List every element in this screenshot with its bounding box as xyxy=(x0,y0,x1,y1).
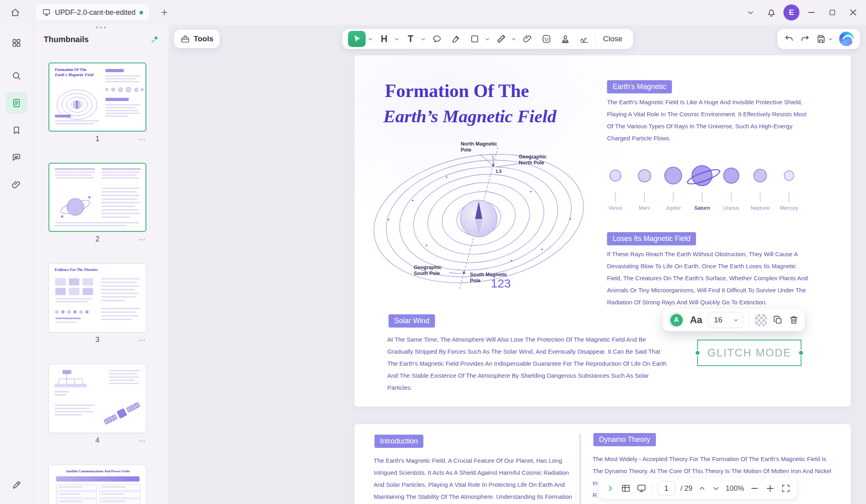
badge-introduction: Introduction xyxy=(374,435,423,448)
sticker-tool-button[interactable] xyxy=(538,31,554,47)
thumbnail-more-button[interactable] xyxy=(138,336,146,345)
comment-tool-button[interactable] xyxy=(429,31,445,47)
magnetic-field-diagram: North Magnetic Pole Geographic North Pol… xyxy=(370,140,595,305)
page-thumbnail-1[interactable]: Formation Of The Earth's Magnetic Field xyxy=(49,63,146,132)
heading-tool-button[interactable]: H xyxy=(376,31,392,47)
text-format-toolbar: A Aa 16 xyxy=(663,309,805,331)
thumbnail-more-button[interactable] xyxy=(138,235,146,244)
maximize-button[interactable] xyxy=(824,4,841,21)
page-thumbnail-5[interactable]: Satellite Communications And Power Grids xyxy=(49,465,146,504)
duplicate-button[interactable] xyxy=(773,315,783,325)
shape-tool-button[interactable] xyxy=(467,31,483,47)
selected-text-box[interactable]: GLITCH MODE xyxy=(697,340,801,366)
badge-loses-field: Loses Its Magnetic Field xyxy=(607,232,696,245)
presentation-button[interactable] xyxy=(636,483,647,494)
page-previous-button[interactable] xyxy=(698,484,706,493)
save-button[interactable] xyxy=(816,34,834,44)
left-icon-rail xyxy=(0,25,33,504)
history-save-toolbar xyxy=(777,29,860,49)
planet-neptune: Neptune xyxy=(746,159,775,211)
page-thumbnail-3[interactable]: Evidence For The Theories xyxy=(49,263,146,332)
document-tab-title: UPDF-2.0-cant-be-edited xyxy=(55,8,136,17)
notifications-button[interactable] xyxy=(763,4,780,21)
document-viewport: Formation Of The Earth’s Magnetic Field xyxy=(168,25,866,504)
document-tab[interactable]: UPDF-2.0-cant-be-edited xyxy=(35,4,150,21)
thumbnails-panel-title: Thumbnails xyxy=(44,35,89,44)
redo-button[interactable] xyxy=(800,34,810,44)
close-window-button[interactable] xyxy=(844,4,862,21)
fit-screen-button[interactable] xyxy=(781,483,791,494)
panel-drag-handle[interactable] xyxy=(33,26,168,28)
collapse-toolbar-button[interactable] xyxy=(742,4,759,21)
save-chevron xyxy=(828,36,834,42)
search-button[interactable] xyxy=(6,65,27,87)
document-tab-icon xyxy=(42,8,51,17)
page-grid-button[interactable] xyxy=(621,483,631,494)
resize-handle-right[interactable] xyxy=(799,351,803,355)
measure-tool-chevron[interactable] xyxy=(510,31,517,47)
account-avatar[interactable]: E xyxy=(783,4,799,20)
planet-venus: Venus xyxy=(601,159,630,211)
zoom-out-button[interactable] xyxy=(749,483,760,494)
font-size-select[interactable]: 16 xyxy=(708,312,743,328)
thumbnail-more-button[interactable] xyxy=(138,135,146,144)
zoom-in-button[interactable] xyxy=(765,483,775,494)
expand-panel-button[interactable] xyxy=(605,483,615,494)
select-tool-chevron[interactable] xyxy=(367,31,373,47)
bar-divider xyxy=(652,483,652,494)
page-number-label: 2 xyxy=(49,235,146,243)
measure-tool-button[interactable] xyxy=(493,31,509,47)
thumbnails-panel-button[interactable] xyxy=(6,92,27,114)
stamp-tool-button[interactable] xyxy=(557,31,573,47)
highlight-tool-button[interactable] xyxy=(448,31,464,47)
label-angle: 1.5 xyxy=(496,168,502,174)
new-tab-button[interactable] xyxy=(156,4,173,21)
pen-tool-button[interactable] xyxy=(6,474,27,496)
thumbnail-more-button[interactable] xyxy=(138,437,146,445)
select-tool-button[interactable] xyxy=(348,31,366,47)
close-button[interactable]: Close xyxy=(598,34,627,43)
text-tool-button[interactable]: T xyxy=(403,31,419,47)
toolbar-divider xyxy=(595,33,595,45)
page-number-label: 1 xyxy=(49,135,146,143)
badge-solar-wind: Solar Wind xyxy=(388,314,435,328)
paragraph-loses-field: If These Rays Reach The Earth Without Ob… xyxy=(607,248,809,308)
minimize-button[interactable] xyxy=(803,4,820,21)
attachments-button[interactable] xyxy=(6,174,27,196)
signature-tool-button[interactable] xyxy=(576,31,592,47)
page-thumbnail-4[interactable] xyxy=(49,364,146,433)
document-title-line2: Earth’s Magnetic Field xyxy=(383,106,556,127)
delete-button[interactable] xyxy=(789,315,799,325)
updf-app-window: UPDF-2.0-cant-be-edited E Thumbnails xyxy=(0,0,866,504)
opacity-button[interactable] xyxy=(755,314,767,326)
apps-grid-button[interactable] xyxy=(6,32,27,54)
attachment-tool-button[interactable] xyxy=(520,31,536,47)
column-divider xyxy=(580,434,581,504)
label-geographic-north-pole: Geographic North Pole xyxy=(519,154,552,166)
shape-tool-chevron[interactable] xyxy=(484,31,490,47)
font-color-button[interactable]: A xyxy=(668,312,684,328)
page-next-button[interactable] xyxy=(712,484,720,493)
home-button[interactable] xyxy=(6,4,24,21)
pin-icon[interactable] xyxy=(150,34,160,44)
inserted-text-123[interactable]: 123 xyxy=(491,277,511,290)
page-thumbnail-2[interactable] xyxy=(49,163,146,232)
text-tool-chevron[interactable] xyxy=(420,31,426,47)
ai-assistant-button[interactable] xyxy=(839,32,854,46)
planet-mars: Mars xyxy=(630,159,659,211)
page-number-input[interactable]: 1 xyxy=(658,481,675,496)
label-north-magnetic-pole: North Magnetic Pole xyxy=(461,141,499,153)
heading-tool-chevron[interactable] xyxy=(393,31,400,47)
titlebar: UPDF-2.0-cant-be-edited E xyxy=(0,0,866,25)
font-size-value: 16 xyxy=(714,316,722,324)
bookmarks-button[interactable] xyxy=(6,119,27,141)
font-style-button[interactable]: Aa xyxy=(690,314,702,326)
planet-jupiter: Jupiter xyxy=(659,159,688,211)
chevron-down-icon xyxy=(733,317,739,323)
selected-text: GLITCH MODE xyxy=(707,347,791,359)
tools-button[interactable]: Tools xyxy=(174,30,220,48)
comments-button[interactable] xyxy=(6,147,27,168)
paragraph-earths-magnetic: The Earth's Magnetic Field Is Like A Hug… xyxy=(607,96,809,144)
resize-handle-left[interactable] xyxy=(696,351,700,355)
undo-button[interactable] xyxy=(784,34,794,44)
